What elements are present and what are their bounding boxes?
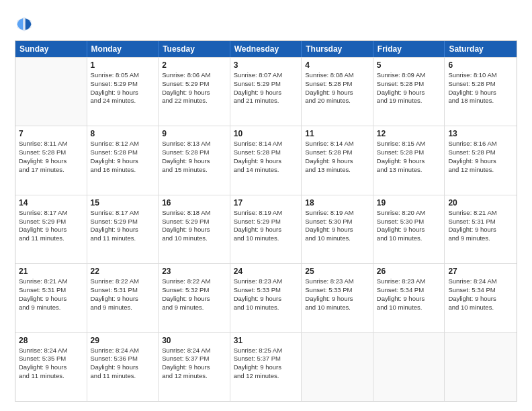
calendar-row: 14Sunrise: 8:17 AM Sunset: 5:29 PM Dayli… xyxy=(15,195,517,263)
calendar-cell xyxy=(373,333,445,401)
day-number: 7 xyxy=(19,129,83,138)
day-info: Sunrise: 8:20 AM Sunset: 5:30 PM Dayligh… xyxy=(377,209,441,243)
calendar-day-header: Monday xyxy=(87,41,159,57)
day-number: 9 xyxy=(162,129,226,138)
calendar-cell: 3Sunrise: 8:07 AM Sunset: 5:29 PM Daylig… xyxy=(230,58,302,126)
day-number: 24 xyxy=(234,267,298,276)
day-info: Sunrise: 8:08 AM Sunset: 5:28 PM Dayligh… xyxy=(305,71,369,105)
day-info: Sunrise: 8:09 AM Sunset: 5:28 PM Dayligh… xyxy=(377,71,441,105)
calendar-cell: 24Sunrise: 8:23 AM Sunset: 5:33 PM Dayli… xyxy=(230,264,302,332)
day-number: 18 xyxy=(305,198,369,208)
day-info: Sunrise: 8:25 AM Sunset: 5:37 PM Dayligh… xyxy=(234,347,298,381)
day-info: Sunrise: 8:12 AM Sunset: 5:28 PM Dayligh… xyxy=(91,140,155,174)
day-info: Sunrise: 8:23 AM Sunset: 5:33 PM Dayligh… xyxy=(305,277,369,312)
calendar-day-header: Wednesday xyxy=(230,41,302,57)
calendar-cell: 13Sunrise: 8:16 AM Sunset: 5:28 PM Dayli… xyxy=(445,126,517,194)
day-number: 22 xyxy=(91,267,155,276)
day-info: Sunrise: 8:13 AM Sunset: 5:28 PM Dayligh… xyxy=(162,140,226,174)
calendar-row: 1Sunrise: 8:05 AM Sunset: 5:29 PM Daylig… xyxy=(15,57,517,126)
calendar-cell: 25Sunrise: 8:23 AM Sunset: 5:33 PM Dayli… xyxy=(302,264,373,332)
day-info: Sunrise: 8:24 AM Sunset: 5:36 PM Dayligh… xyxy=(91,347,155,381)
calendar-body: 1Sunrise: 8:05 AM Sunset: 5:29 PM Daylig… xyxy=(15,57,517,401)
day-number: 11 xyxy=(305,129,369,138)
calendar-cell: 10Sunrise: 8:14 AM Sunset: 5:28 PM Dayli… xyxy=(230,126,302,194)
calendar: SundayMondayTuesdayWednesdayThursdayFrid… xyxy=(15,40,517,402)
calendar-cell: 30Sunrise: 8:24 AM Sunset: 5:37 PM Dayli… xyxy=(159,333,230,401)
day-number: 15 xyxy=(91,198,155,208)
day-number: 19 xyxy=(377,198,441,208)
calendar-cell: 12Sunrise: 8:15 AM Sunset: 5:28 PM Dayli… xyxy=(373,126,445,194)
day-number: 16 xyxy=(162,198,226,208)
header xyxy=(15,12,517,34)
calendar-cell: 2Sunrise: 8:06 AM Sunset: 5:29 PM Daylig… xyxy=(159,58,230,126)
calendar-cell: 26Sunrise: 8:23 AM Sunset: 5:34 PM Dayli… xyxy=(373,264,445,332)
day-info: Sunrise: 8:05 AM Sunset: 5:29 PM Dayligh… xyxy=(91,71,155,105)
day-number: 10 xyxy=(234,129,298,138)
day-info: Sunrise: 8:24 AM Sunset: 5:37 PM Dayligh… xyxy=(162,347,226,381)
day-number: 13 xyxy=(448,129,513,138)
calendar-day-header: Friday xyxy=(373,41,445,57)
day-info: Sunrise: 8:18 AM Sunset: 5:29 PM Dayligh… xyxy=(162,209,226,243)
day-number: 3 xyxy=(234,60,298,70)
day-number: 8 xyxy=(91,129,155,138)
calendar-day-header: Sunday xyxy=(15,41,87,57)
calendar-cell: 19Sunrise: 8:20 AM Sunset: 5:30 PM Dayli… xyxy=(373,195,445,263)
logo xyxy=(15,15,35,34)
day-number: 5 xyxy=(377,60,441,70)
calendar-cell: 11Sunrise: 8:14 AM Sunset: 5:28 PM Dayli… xyxy=(302,126,373,194)
day-info: Sunrise: 8:23 AM Sunset: 5:33 PM Dayligh… xyxy=(234,277,298,312)
calendar-cell: 5Sunrise: 8:09 AM Sunset: 5:28 PM Daylig… xyxy=(373,58,445,126)
day-info: Sunrise: 8:11 AM Sunset: 5:28 PM Dayligh… xyxy=(19,140,83,174)
calendar-day-header: Tuesday xyxy=(159,41,230,57)
day-info: Sunrise: 8:22 AM Sunset: 5:32 PM Dayligh… xyxy=(162,277,226,312)
day-info: Sunrise: 8:23 AM Sunset: 5:34 PM Dayligh… xyxy=(377,277,441,312)
calendar-cell: 22Sunrise: 8:22 AM Sunset: 5:31 PM Dayli… xyxy=(87,264,159,332)
calendar-cell: 21Sunrise: 8:21 AM Sunset: 5:31 PM Dayli… xyxy=(15,264,87,332)
day-number: 23 xyxy=(162,267,226,276)
calendar-cell: 20Sunrise: 8:21 AM Sunset: 5:31 PM Dayli… xyxy=(445,195,517,263)
calendar-cell xyxy=(445,333,517,401)
day-info: Sunrise: 8:19 AM Sunset: 5:30 PM Dayligh… xyxy=(305,209,369,243)
calendar-cell: 15Sunrise: 8:17 AM Sunset: 5:29 PM Dayli… xyxy=(87,195,159,263)
day-number: 14 xyxy=(19,198,83,208)
day-info: Sunrise: 8:07 AM Sunset: 5:29 PM Dayligh… xyxy=(234,71,298,105)
day-number: 21 xyxy=(19,267,83,276)
calendar-cell: 17Sunrise: 8:19 AM Sunset: 5:29 PM Dayli… xyxy=(230,195,302,263)
day-info: Sunrise: 8:14 AM Sunset: 5:28 PM Dayligh… xyxy=(305,140,369,174)
day-info: Sunrise: 8:06 AM Sunset: 5:29 PM Dayligh… xyxy=(162,71,226,105)
day-number: 17 xyxy=(234,198,298,208)
calendar-day-header: Thursday xyxy=(302,41,373,57)
calendar-cell: 31Sunrise: 8:25 AM Sunset: 5:37 PM Dayli… xyxy=(230,333,302,401)
day-info: Sunrise: 8:24 AM Sunset: 5:34 PM Dayligh… xyxy=(448,277,513,312)
day-info: Sunrise: 8:17 AM Sunset: 5:29 PM Dayligh… xyxy=(91,209,155,243)
day-number: 2 xyxy=(162,60,226,70)
calendar-cell xyxy=(15,58,87,126)
day-number: 27 xyxy=(448,267,513,276)
day-number: 31 xyxy=(234,336,298,345)
calendar-cell xyxy=(302,333,373,401)
calendar-day-header: Saturday xyxy=(445,41,517,57)
day-number: 4 xyxy=(305,60,369,70)
calendar-row: 21Sunrise: 8:21 AM Sunset: 5:31 PM Dayli… xyxy=(15,263,517,332)
calendar-cell: 29Sunrise: 8:24 AM Sunset: 5:36 PM Dayli… xyxy=(87,333,159,401)
day-info: Sunrise: 8:24 AM Sunset: 5:35 PM Dayligh… xyxy=(19,347,83,381)
day-number: 1 xyxy=(91,60,155,70)
calendar-cell: 8Sunrise: 8:12 AM Sunset: 5:28 PM Daylig… xyxy=(87,126,159,194)
calendar-cell: 4Sunrise: 8:08 AM Sunset: 5:28 PM Daylig… xyxy=(302,58,373,126)
calendar-cell: 27Sunrise: 8:24 AM Sunset: 5:34 PM Dayli… xyxy=(445,264,517,332)
day-info: Sunrise: 8:10 AM Sunset: 5:28 PM Dayligh… xyxy=(448,71,513,105)
day-number: 26 xyxy=(377,267,441,276)
day-info: Sunrise: 8:21 AM Sunset: 5:31 PM Dayligh… xyxy=(19,277,83,312)
logo-icon xyxy=(15,15,34,34)
calendar-cell: 23Sunrise: 8:22 AM Sunset: 5:32 PM Dayli… xyxy=(159,264,230,332)
day-number: 25 xyxy=(305,267,369,276)
day-number: 20 xyxy=(448,198,513,208)
day-number: 12 xyxy=(377,129,441,138)
calendar-cell: 9Sunrise: 8:13 AM Sunset: 5:28 PM Daylig… xyxy=(159,126,230,194)
day-info: Sunrise: 8:21 AM Sunset: 5:31 PM Dayligh… xyxy=(448,209,513,243)
day-number: 30 xyxy=(162,336,226,345)
calendar-cell: 1Sunrise: 8:05 AM Sunset: 5:29 PM Daylig… xyxy=(87,58,159,126)
calendar-cell: 14Sunrise: 8:17 AM Sunset: 5:29 PM Dayli… xyxy=(15,195,87,263)
day-info: Sunrise: 8:17 AM Sunset: 5:29 PM Dayligh… xyxy=(19,209,83,243)
day-info: Sunrise: 8:15 AM Sunset: 5:28 PM Dayligh… xyxy=(377,140,441,174)
